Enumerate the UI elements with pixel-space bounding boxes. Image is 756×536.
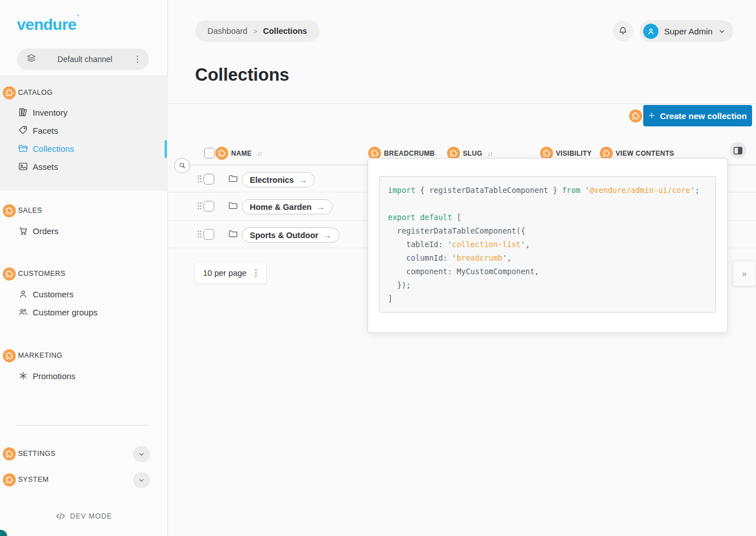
collection-link[interactable]: Home & Garden →: [242, 199, 333, 214]
dev-mode-label: DEV MODE: [70, 512, 112, 520]
help-bubble[interactable]: [0, 530, 7, 536]
arrow-right-icon: →: [324, 231, 331, 240]
promotions-icon: [18, 371, 28, 381]
channel-label: Default channel: [37, 55, 133, 64]
row-checkbox[interactable]: [204, 174, 214, 184]
puzzle-badge-icon[interactable]: [3, 86, 16, 99]
drag-handle-icon[interactable]: [197, 202, 202, 210]
sidebar-item-assets[interactable]: Assets: [0, 158, 168, 175]
nav-group-label: SETTINGS: [18, 450, 56, 458]
sort-icon[interactable]: ↓↑: [488, 150, 493, 157]
sidebar-item-customers[interactable]: Customers: [0, 285, 168, 302]
double-chevron-right-icon: »: [742, 269, 746, 278]
user-icon: [18, 289, 28, 299]
nav-group-label: MARKETING: [18, 352, 63, 359]
cart-icon: [18, 226, 28, 236]
create-new-collection-button[interactable]: + Create new collection: [643, 105, 752, 126]
folder-icon: [228, 229, 238, 239]
sidebar-item-facets[interactable]: Facets: [0, 122, 168, 139]
sidebar-item-promotions[interactable]: Promotions: [0, 367, 168, 384]
channel-selector[interactable]: Default channel: [17, 49, 149, 70]
chevron-down-icon: [138, 451, 145, 458]
row-checkbox[interactable]: [204, 229, 214, 240]
select-all-checkbox[interactable]: [204, 148, 215, 159]
breadcrumb-current: Collections: [263, 27, 307, 36]
nav-group-customers: CUSTOMERS: [0, 266, 168, 281]
code-block: import { registerDataTableComponent } fr…: [379, 176, 716, 313]
nav-group-label: CATALOG: [18, 89, 52, 96]
chevron-down-icon: [138, 477, 145, 484]
settings-collapse-button[interactable]: [133, 446, 150, 462]
dev-mode-code-popup: import { registerDataTableComponent } fr…: [368, 158, 728, 333]
header-divider: [168, 103, 756, 104]
nav-group-marketing: MARKETING: [0, 348, 168, 363]
nav-group-label: SYSTEM: [18, 476, 48, 484]
folder-icon: [228, 201, 238, 210]
per-page-label: 10 per page: [203, 269, 251, 278]
collection-link[interactable]: Electronics →: [242, 172, 315, 187]
puzzle-badge-icon[interactable]: [3, 204, 16, 217]
nav-group-label: SALES: [18, 207, 42, 214]
inventory-icon: [18, 107, 28, 117]
column-picker-button[interactable]: [730, 142, 746, 159]
per-page-kebab-icon[interactable]: [251, 269, 260, 278]
chevron-down-icon: [718, 28, 726, 35]
items-per-page-select[interactable]: 10 per page: [194, 262, 267, 284]
channel-kebab-icon[interactable]: [133, 55, 142, 64]
sidebar-divider: [16, 425, 149, 425]
breadcrumb-separator: >: [253, 27, 258, 36]
avatar: [643, 24, 658, 39]
users-icon: [18, 307, 28, 317]
user-menu[interactable]: Super Admin: [640, 20, 733, 42]
bell-icon: [618, 26, 628, 36]
sidebar-item-orders[interactable]: Orders: [0, 222, 168, 239]
sidebar-item-customer-groups[interactable]: Customer groups: [0, 304, 168, 320]
sidebar-item-inventory[interactable]: Inventory: [0, 104, 168, 121]
breadcrumb-dashboard-link[interactable]: Dashboard: [207, 27, 247, 36]
active-item-indicator: [165, 140, 167, 158]
vendure-admin-app: vendure’ Default channel CATALOG Invento…: [0, 0, 756, 536]
plus-icon: +: [648, 109, 655, 122]
vendure-logo: vendure’: [17, 14, 78, 34]
folder-icon: [18, 143, 28, 153]
puzzle-badge-icon[interactable]: [629, 109, 642, 122]
image-icon: [18, 161, 28, 172]
page-title: Collections: [195, 65, 289, 85]
code-icon: [56, 512, 65, 520]
user-name: Super Admin: [664, 27, 714, 36]
drag-handle-icon[interactable]: [197, 175, 202, 183]
search-icon: [179, 162, 186, 169]
system-collapse-button[interactable]: [133, 472, 150, 488]
sort-icon[interactable]: ↓↑: [257, 150, 262, 157]
create-button-label: Create new collection: [660, 111, 746, 121]
dev-mode-toggle[interactable]: DEV MODE: [0, 512, 168, 520]
breadcrumb: Dashboard > Collections: [195, 20, 320, 42]
puzzle-badge-icon[interactable]: [3, 267, 16, 280]
nav-group-label: CUSTOMERS: [18, 270, 65, 278]
arrow-right-icon: →: [317, 203, 325, 212]
columns-icon: [733, 147, 742, 155]
nav-group-catalog: CATALOG: [0, 85, 168, 100]
nav-group-sales: SALES: [0, 203, 168, 218]
arrow-right-icon: →: [299, 175, 307, 184]
row-checkbox[interactable]: [204, 201, 214, 212]
layers-icon: [26, 53, 37, 66]
folder-icon: [228, 174, 238, 183]
logo-mark: ’: [77, 14, 78, 21]
sidebar-item-collections[interactable]: Collections: [0, 140, 168, 157]
drag-handle-icon[interactable]: [197, 230, 202, 238]
puzzle-badge-icon[interactable]: [3, 447, 16, 460]
puzzle-badge-icon[interactable]: [3, 473, 16, 486]
tag-icon: [18, 125, 28, 135]
user-icon: [647, 27, 655, 36]
sidebar: vendure’ Default channel CATALOG Invento…: [0, 0, 168, 536]
next-page-button[interactable]: »: [733, 261, 756, 286]
puzzle-badge-icon[interactable]: [3, 349, 16, 362]
notifications-button[interactable]: [613, 21, 633, 41]
search-button[interactable]: [174, 158, 190, 173]
collection-link[interactable]: Sports & Outdoor →: [242, 227, 339, 243]
puzzle-badge-icon[interactable]: [215, 147, 228, 160]
column-header-name: NAME ↓↑: [204, 141, 262, 165]
